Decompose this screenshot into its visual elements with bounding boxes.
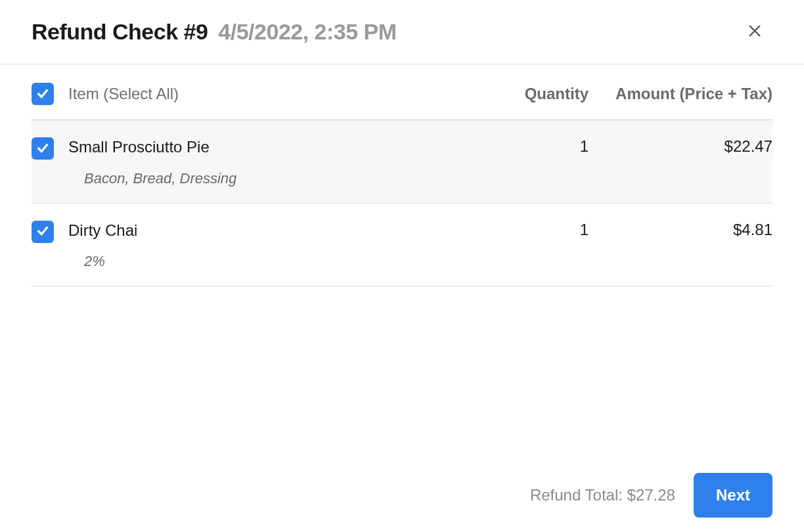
item-name: Dirty Chai — [68, 219, 457, 242]
check-icon — [35, 86, 50, 102]
modal-title: Refund Check #9 — [32, 19, 208, 45]
item-modifiers: Bacon, Bread, Dressing — [84, 170, 457, 187]
refund-table: Item (Select All) Quantity Amount (Price… — [0, 64, 804, 286]
modal-footer: Refund Total: $27.28 Next — [0, 458, 804, 532]
header-title-wrap: Refund Check #9 4/5/2022, 2:35 PM — [32, 19, 397, 45]
item-quantity: 1 — [457, 219, 589, 239]
item-amount: $22.47 — [589, 136, 772, 156]
check-icon — [35, 141, 50, 157]
table-row: Dirty Chai 2% 1 $4.81 — [32, 204, 772, 287]
check-icon — [35, 223, 50, 240]
column-header-amount: Amount (Price + Tax) — [589, 85, 772, 103]
select-all-checkbox[interactable] — [32, 83, 54, 105]
modal-timestamp: 4/5/2022, 2:35 PM — [218, 19, 396, 45]
item-name: Small Prosciutto Pie — [68, 136, 457, 158]
table-header: Item (Select All) Quantity Amount (Price… — [32, 64, 772, 120]
refund-total-value: $27.28 — [627, 486, 675, 504]
modal-header: Refund Check #9 4/5/2022, 2:35 PM — [0, 0, 804, 64]
close-icon — [748, 24, 762, 40]
close-button[interactable] — [742, 18, 767, 45]
column-header-item: Item (Select All) — [68, 85, 457, 103]
row-checkbox[interactable] — [32, 137, 54, 160]
item-quantity: 1 — [457, 136, 589, 156]
refund-total: Refund Total: $27.28 — [530, 486, 675, 504]
refund-total-label: Refund Total: — [530, 486, 627, 504]
item-modifiers: 2% — [84, 253, 457, 270]
column-header-quantity: Quantity — [457, 85, 589, 103]
next-button[interactable]: Next — [694, 473, 772, 518]
row-checkbox[interactable] — [32, 221, 54, 243]
table-row: Small Prosciutto Pie Bacon, Bread, Dress… — [32, 120, 772, 204]
item-amount: $4.81 — [589, 219, 772, 239]
